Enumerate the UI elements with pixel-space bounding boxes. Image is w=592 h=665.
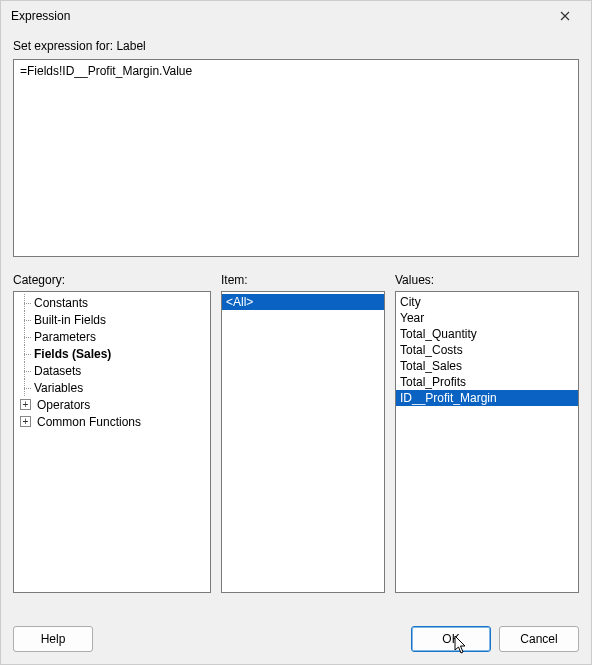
cancel-button[interactable]: Cancel	[499, 626, 579, 652]
ok-button-label: OK	[442, 632, 459, 646]
tree-line-icon	[20, 294, 32, 311]
set-expression-for-label: Set expression for: Label	[13, 37, 579, 55]
values-list-row[interactable]: City	[396, 294, 578, 310]
values-list-row[interactable]: Year	[396, 310, 578, 326]
values-list-row[interactable]: ID__Profit_Margin	[396, 390, 578, 406]
tree-node[interactable]: Common Functions	[16, 413, 208, 430]
tree-line-icon	[20, 379, 32, 396]
expand-icon[interactable]	[20, 399, 31, 410]
dialog-content: Set expression for: Label =Fields!ID__Pr…	[1, 31, 591, 664]
tree-line-icon	[20, 345, 32, 362]
tree-node-label: Common Functions	[35, 415, 143, 429]
values-list-row[interactable]: Total_Sales	[396, 358, 578, 374]
ok-button[interactable]: OK	[411, 626, 491, 652]
tree-node[interactable]: Constants	[16, 294, 208, 311]
expand-icon[interactable]	[20, 416, 31, 427]
tree-node[interactable]: Fields (Sales)	[16, 345, 208, 362]
tree-node-label: Fields (Sales)	[32, 347, 113, 361]
item-column: Item: <All>	[221, 273, 385, 593]
category-tree[interactable]: ConstantsBuilt-in FieldsParametersFields…	[13, 291, 211, 593]
tree-line-icon	[20, 362, 32, 379]
tree-node[interactable]: Datasets	[16, 362, 208, 379]
window-title: Expression	[11, 9, 547, 23]
values-list-row[interactable]: Total_Profits	[396, 374, 578, 390]
expression-input[interactable]: =Fields!ID__Profit_Margin.Value	[13, 59, 579, 257]
tree-node[interactable]: Parameters	[16, 328, 208, 345]
item-list-row[interactable]: <All>	[222, 294, 384, 310]
item-label: Item:	[221, 273, 385, 289]
category-label: Category:	[13, 273, 211, 289]
tree-line-icon	[20, 328, 32, 345]
values-list-row[interactable]: Total_Costs	[396, 342, 578, 358]
tree-node-label: Built-in Fields	[32, 313, 108, 327]
values-list-row[interactable]: Total_Quantity	[396, 326, 578, 342]
tree-node-label: Parameters	[32, 330, 98, 344]
tree-line-icon	[20, 311, 32, 328]
titlebar: Expression	[1, 1, 591, 31]
close-button[interactable]	[547, 2, 583, 30]
close-icon	[560, 11, 570, 21]
tree-node-label: Variables	[32, 381, 85, 395]
dialog-buttons: Help OK Cancel	[13, 614, 579, 652]
picker-panels: Category: ConstantsBuilt-in FieldsParame…	[13, 273, 579, 593]
values-column: Values: CityYearTotal_QuantityTotal_Cost…	[395, 273, 579, 593]
tree-node[interactable]: Operators	[16, 396, 208, 413]
category-column: Category: ConstantsBuilt-in FieldsParame…	[13, 273, 211, 593]
tree-node-label: Constants	[32, 296, 90, 310]
values-label: Values:	[395, 273, 579, 289]
tree-node-label: Operators	[35, 398, 92, 412]
expression-dialog: Expression Set expression for: Label =Fi…	[0, 0, 592, 665]
item-list[interactable]: <All>	[221, 291, 385, 593]
tree-node-label: Datasets	[32, 364, 83, 378]
tree-node[interactable]: Built-in Fields	[16, 311, 208, 328]
tree-node[interactable]: Variables	[16, 379, 208, 396]
help-button[interactable]: Help	[13, 626, 93, 652]
values-list[interactable]: CityYearTotal_QuantityTotal_CostsTotal_S…	[395, 291, 579, 593]
